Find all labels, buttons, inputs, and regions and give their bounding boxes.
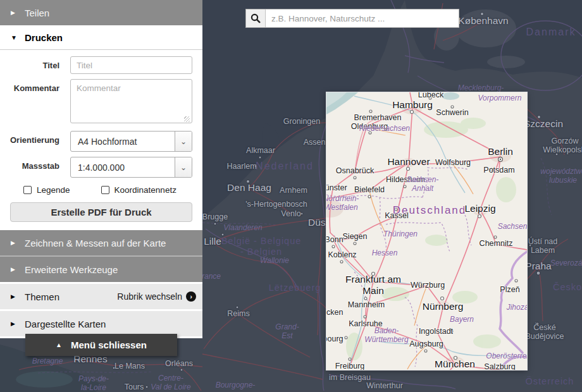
search-input[interactable]	[266, 9, 459, 27]
chevron-down-icon: ▼	[11, 34, 25, 41]
section-label: Erweiterte Werkzeuge	[25, 264, 118, 275]
map-application: KøbenhavnDanmarkMecklenburg-GroningenSzc…	[0, 0, 582, 392]
close-menu-label: Menü schliessen	[71, 340, 147, 350]
chevron-up-icon: ▲	[56, 341, 62, 348]
sidebar-item-erweiterte-werkzeuge[interactable]: ▶ Erweiterte Werkzeuge	[0, 257, 202, 282]
sidebar-item-drucken[interactable]: ▼ Drucken	[0, 25, 202, 50]
change-category-label: Rubrik wechseln	[117, 291, 182, 302]
map-label: Schwerin	[436, 108, 468, 117]
map-label: Saarbrücken	[326, 308, 343, 317]
map-label: Hannover	[387, 156, 430, 168]
section-label: Dargestellte Karten	[25, 319, 106, 329]
legend-label: Legende	[37, 185, 70, 195]
resize-grip-icon[interactable]	[184, 116, 190, 122]
scale-value: 1:4.000.000	[71, 162, 175, 173]
map-label: Bayern	[450, 315, 474, 324]
close-menu-button[interactable]: ▲ Menü schliessen	[25, 334, 177, 356]
title-label: Titel	[0, 56, 70, 74]
sidebar-item-teilen[interactable]: ▶ Teilen	[0, 0, 202, 25]
map-label: Augsburg	[409, 340, 443, 348]
chevron-down-icon: ⌄	[175, 157, 192, 177]
map-label: Sachsen	[498, 223, 527, 231]
map-label: Bremerhaven	[354, 113, 401, 122]
map-label: Mannheim	[348, 300, 385, 309]
map-label: Sachsen- Anhalt	[407, 176, 439, 193]
orientation-select[interactable]: A4 Hochformat ⌄	[70, 131, 192, 152]
map-label: Baden- Württemberg	[364, 327, 408, 345]
map-label: Lübeck	[418, 92, 443, 99]
map-label: Hamburg	[392, 99, 433, 111]
search-icon	[251, 13, 261, 23]
comment-label: Kommentar	[0, 79, 70, 126]
chevron-right-icon: ▶	[11, 266, 25, 273]
map-label: Freiburg	[335, 362, 365, 370]
arrow-right-circle-icon: ›	[186, 291, 196, 302]
chevron-right-icon: ▶	[11, 321, 25, 327]
map-label: Bielefeld	[354, 185, 385, 194]
comment-input[interactable]	[70, 79, 192, 123]
sidebar-item-themen[interactable]: ▶ Themen Rubrik wechseln ›	[0, 284, 202, 309]
section-label: Zeichnen & Messen auf der Karte	[25, 238, 166, 248]
map-label: Wolfsburg	[435, 158, 471, 167]
chevron-right-icon: ▶	[11, 293, 25, 300]
map-label: Bonn	[326, 235, 344, 244]
map-label: Strasbourg	[326, 334, 344, 343]
map-label: Salzburg	[484, 362, 515, 370]
section-label: Themen	[25, 291, 59, 302]
chevron-right-icon: ▶	[11, 9, 25, 16]
map-label: Nordrhein- Westfalen	[326, 195, 359, 212]
sidebar-item-dargestellte-karten[interactable]: ▶ Dargestellte Karten	[0, 311, 202, 336]
title-input[interactable]	[70, 56, 192, 74]
sidebar: ▶ Teilen ▼ Drucken Titel Kommentar	[0, 0, 202, 338]
print-preview-area[interactable]: LübeckVorpommernHamburgSchwerinBremerhav…	[326, 92, 527, 370]
map-label: Siegen	[343, 232, 368, 241]
orientation-label: Orientierung	[0, 131, 70, 152]
map-label: Oberösterreich	[486, 352, 527, 361]
map-label: Kassel	[385, 211, 409, 220]
scale-label: Massstab	[0, 157, 70, 178]
map-label: Potsdam	[483, 166, 514, 175]
orientation-value: A4 Hochformat	[71, 137, 175, 147]
print-form: Titel Kommentar Orientierung A4 Hochform…	[0, 50, 202, 230]
section-label: Drucken	[25, 32, 63, 43]
map-label: Jihozápad	[507, 303, 527, 312]
grid-checkbox-item[interactable]: Koordinatennetz	[101, 185, 176, 195]
grid-checkbox[interactable]	[101, 186, 109, 194]
map-label: Thüringen	[383, 230, 418, 239]
section-label: Teilen	[25, 8, 49, 18]
search-button[interactable]	[246, 9, 266, 27]
chevron-down-icon: ⌄	[175, 132, 192, 151]
create-pdf-button[interactable]: Erstelle PDF für Druck	[10, 202, 192, 222]
map-label: Nürnberg	[423, 301, 464, 312]
chevron-right-icon: ▶	[11, 240, 25, 246]
map-label: Leipzig	[464, 203, 495, 214]
map-label: Berlin	[488, 146, 513, 157]
map-label: Würzburg	[411, 281, 445, 290]
map-label: Osnabrück	[336, 166, 374, 175]
grid-label: Koordinatennetz	[115, 185, 176, 195]
map-label: Plzeň	[500, 285, 519, 294]
map-label: Hessen	[372, 249, 398, 258]
map-label: Koblenz	[328, 250, 356, 259]
map-label: Frankfurt am Main	[345, 274, 401, 297]
legend-checkbox-item[interactable]: Legende	[23, 185, 70, 195]
map-label: Niedersachsen	[359, 125, 410, 133]
map-labels-bright: LübeckVorpommernHamburgSchwerinBremerhav…	[326, 92, 527, 370]
map-label: Chemnitz	[480, 239, 513, 248]
map-label: München	[435, 358, 475, 370]
sidebar-item-zeichnen-messen[interactable]: ▶ Zeichnen & Messen auf der Karte	[0, 230, 202, 255]
legend-checkbox[interactable]	[23, 186, 32, 194]
map-label: Ingolstadt	[419, 327, 453, 336]
change-category-link[interactable]: Rubrik wechseln ›	[117, 291, 202, 302]
map-label: Münster	[326, 183, 347, 192]
search-bar	[245, 9, 459, 28]
map-label: Vorpommern	[478, 94, 522, 103]
scale-select[interactable]: 1:4.000.000 ⌄	[70, 157, 192, 178]
